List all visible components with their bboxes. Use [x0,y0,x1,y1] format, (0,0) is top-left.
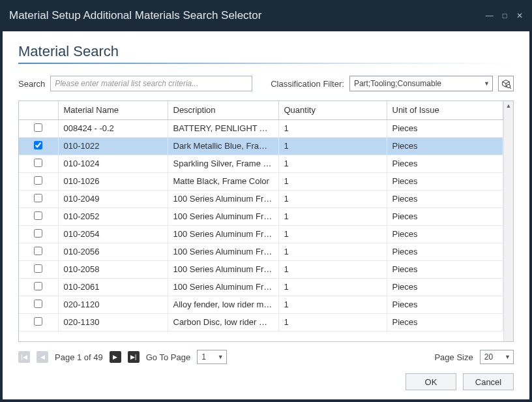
cell-quantity: 1 [278,225,387,243]
last-page-button[interactable]: ▶| [128,351,140,363]
cell-name: 010-1022 [58,137,168,155]
table-row[interactable]: 010-1022Dark Metallic Blue, Frame C...1P… [19,137,503,155]
cell-name: 020-1120 [58,296,168,313]
page-status: Page 1 of 49 [55,352,103,362]
cell-uoi: Pieces [387,137,503,155]
cell-name: 010-2056 [58,243,168,260]
column-header-quantity[interactable]: Quantity [278,101,387,119]
maximize-button[interactable]: □ [503,11,507,20]
cell-name: 010-2054 [58,225,168,243]
close-button[interactable]: ✕ [516,11,523,20]
table-row[interactable]: 010-1024Sparkling Silver, Frame Color1Pi… [19,155,503,172]
row-checkbox[interactable] [34,123,42,132]
page-size-select[interactable]: 20 ▼ [480,350,514,364]
row-checkbox-cell [19,137,58,155]
cell-quantity: 1 [278,296,387,313]
column-header-name[interactable]: Material Name [58,101,168,119]
classification-select[interactable]: Part;Tooling;Consumable ▼ [349,76,493,91]
row-checkbox[interactable] [34,300,42,308]
cell-description: Carbon Disc, low rider mounts [168,313,278,331]
cell-quantity: 1 [278,137,387,155]
cell-description: 100 Series Aluminum Frame,... [168,278,278,296]
cell-name: 010-2052 [58,208,168,225]
row-checkbox-cell [19,172,58,190]
prev-page-button[interactable]: ◀ [37,351,48,363]
row-checkbox-cell [19,155,58,172]
table-row[interactable]: 020-1130Carbon Disc, low rider mounts1Pi… [19,313,503,331]
table-row[interactable]: 010-2056100 Series Aluminum Frame,...1Pi… [19,243,503,260]
cube-magnify-icon [501,78,511,89]
row-checkbox[interactable] [34,211,42,220]
part-lookup-button[interactable] [498,76,514,91]
cell-quantity: 1 [278,260,387,278]
titlebar: Material Setup Additional Materials Sear… [0,0,532,31]
search-label: Search [18,79,45,89]
table-row[interactable]: 010-2054100 Series Aluminum Frame,...1Pi… [19,225,503,243]
row-checkbox-cell [19,313,58,331]
scroll-up-icon[interactable]: ▲ [504,101,513,111]
results-grid: Material Name Description Quantity Unit … [18,100,514,342]
first-page-button[interactable]: |◀ [18,351,30,363]
window-controls: — □ ✕ [486,11,523,20]
page-size-label: Page Size [434,352,473,362]
column-header-description[interactable]: Description [168,101,278,119]
row-checkbox[interactable] [34,317,42,326]
row-checkbox[interactable] [34,141,42,149]
vertical-scrollbar[interactable]: ▲ [503,101,513,341]
cell-quantity: 1 [278,243,387,260]
results-table: Material Name Description Quantity Unit … [19,101,503,332]
row-checkbox[interactable] [34,194,42,202]
cell-description: 100 Series Aluminum Frame,... [168,243,278,260]
row-checkbox[interactable] [34,159,42,167]
row-checkbox-cell [19,119,58,137]
row-checkbox[interactable] [34,282,42,290]
cell-quantity: 1 [278,155,387,172]
row-checkbox[interactable] [34,229,42,238]
chevron-down-icon: ▼ [218,354,224,360]
table-row[interactable]: 020-1120Alloy fender, low rider mounts1P… [19,296,503,313]
cell-name: 010-1026 [58,172,168,190]
cell-uoi: Pieces [387,172,503,190]
main-panel: Material Search Search Classification Fi… [3,31,529,399]
cell-uoi: Pieces [387,243,503,260]
chevron-down-icon: ▼ [505,354,510,360]
cell-uoi: Pieces [387,155,503,172]
cell-description: 100 Series Aluminum Frame,... [168,225,278,243]
dialog-buttons: OK Cancel [18,373,514,390]
row-checkbox-cell [19,225,58,243]
row-checkbox[interactable] [34,176,42,185]
svg-point-0 [507,84,510,87]
cell-description: 100 Series Aluminum Frame,... [168,260,278,278]
cell-description: Dark Metallic Blue, Frame C... [168,137,278,155]
cell-description: 100 Series Aluminum Frame,... [168,190,278,208]
goto-page-select[interactable]: 1 ▼ [197,350,227,364]
column-header-checkbox[interactable] [19,101,58,119]
cell-quantity: 1 [278,172,387,190]
filter-row: Search Classification Filter: Part;Tooli… [18,76,514,91]
cell-description: Alloy fender, low rider mounts [168,296,278,313]
row-checkbox-cell [19,243,58,260]
goto-page-label: Go To Page [146,352,190,362]
table-row[interactable]: 010-2058100 Series Aluminum Frame,...1Pi… [19,260,503,278]
table-row[interactable]: 010-2052100 Series Aluminum Frame,...1Pi… [19,208,503,225]
goto-page-value: 1 [201,352,206,362]
cell-uoi: Pieces [387,313,503,331]
search-input[interactable] [50,76,252,91]
next-page-button[interactable]: ▶ [110,351,121,363]
cancel-button[interactable]: Cancel [463,373,514,390]
table-row[interactable]: 008424 - -0.2BATTERY, PENLIGHT AA, ALK..… [19,119,503,137]
column-header-uoi[interactable]: Unit of Issue [387,101,503,119]
cell-name: 010-2058 [58,260,168,278]
cell-uoi: Pieces [387,278,503,296]
minimize-button[interactable]: — [486,11,494,20]
row-checkbox[interactable] [34,264,42,273]
pager: |◀ ◀ Page 1 of 49 ▶ ▶| Go To Page 1 ▼ Pa… [18,350,514,364]
table-row[interactable]: 010-2061100 Series Aluminum Frame,...1Pi… [19,278,503,296]
cell-quantity: 1 [278,119,387,137]
table-row[interactable]: 010-2049100 Series Aluminum Frame,...1Pi… [19,190,503,208]
ok-button[interactable]: OK [406,373,456,390]
cell-name: 020-1130 [58,313,168,331]
table-row[interactable]: 010-1026Matte Black, Frame Color1Pieces [19,172,503,190]
row-checkbox[interactable] [34,247,42,255]
cell-uoi: Pieces [387,208,503,225]
